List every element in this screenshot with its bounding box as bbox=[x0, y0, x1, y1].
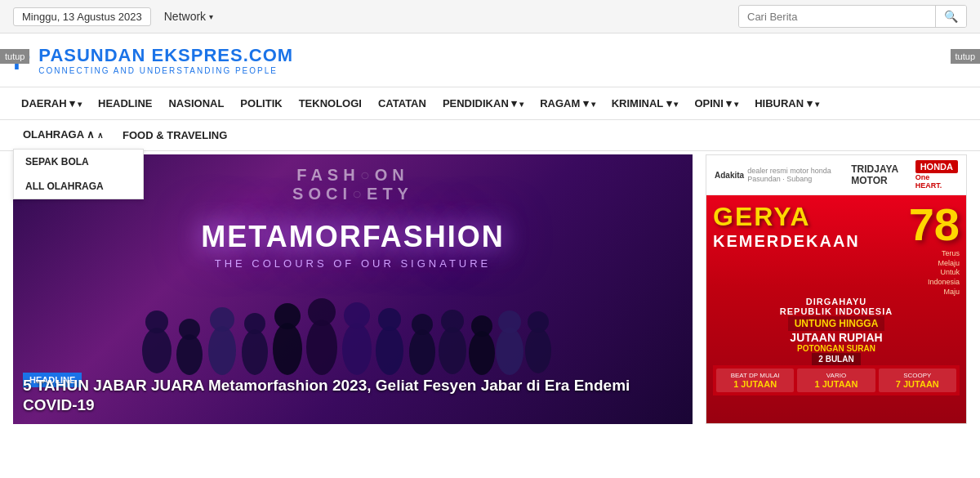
ad-untung-text: UNTUNG HINGGA bbox=[788, 316, 885, 331]
scoopy-label: SCOOPY bbox=[882, 372, 953, 379]
nav-item-daerah[interactable]: DAERAH ▾ bbox=[13, 87, 90, 119]
ad-bulan-text: 2 BULAN bbox=[812, 353, 860, 365]
ad-red-content: GERYA KEMERDEKAAN 78 TerusMelajuUntukInd… bbox=[706, 195, 966, 423]
svg-point-21 bbox=[471, 315, 492, 337]
site-header: P PASUNDAN EKSPRES.COM CONNECTING AND UN… bbox=[0, 34, 980, 87]
nav-item-nasional[interactable]: NASIONAL bbox=[160, 87, 232, 119]
ad-price-vario: VARIO 1 JUTAAN bbox=[797, 369, 875, 392]
svg-point-18 bbox=[439, 327, 466, 374]
ad-box: Adakita dealer resmi motor honda Pasunda… bbox=[706, 154, 967, 424]
svg-point-7 bbox=[244, 313, 265, 334]
one-heart-text: One HEART. bbox=[915, 173, 958, 190]
nav-link-teknologi[interactable]: TEKNOLOGI bbox=[291, 87, 370, 119]
site-logo[interactable]: P PASUNDAN EKSPRES.COM CONNECTING AND UN… bbox=[13, 45, 293, 75]
ad-kemerdekaan-text: KEMERDEKAAN bbox=[713, 232, 860, 251]
svg-point-5 bbox=[210, 307, 234, 332]
dropdown-link-all-olahraga[interactable]: ALL OLAHRAGA bbox=[14, 174, 143, 199]
svg-point-2 bbox=[176, 334, 203, 375]
nav-link-olahraga[interactable]: OLAHRAGA ∧ bbox=[13, 120, 113, 149]
nav-link-daerah[interactable]: DAERAH ▾ bbox=[13, 87, 90, 119]
svg-point-17 bbox=[412, 314, 433, 335]
logo-text: PASUNDAN EKSPRES.COM CONNECTING AND UNDE… bbox=[38, 45, 293, 75]
chevron-down-icon: ▾ bbox=[209, 12, 213, 21]
logo-subtitle: CONNECTING AND UNDERSTANDING PEOPLE bbox=[38, 66, 293, 75]
svg-point-13 bbox=[344, 302, 370, 328]
nav-item-opini[interactable]: OPINI ▾ bbox=[686, 87, 746, 119]
nav-link-nasional[interactable]: NASIONAL bbox=[160, 87, 232, 119]
nav-link-politik[interactable]: POLITIK bbox=[232, 87, 290, 119]
ad-jutaan-text: JUTAAN RUPIAH bbox=[790, 331, 882, 344]
nav-link-kriminal[interactable]: KRIMINAL ▾ bbox=[604, 87, 687, 119]
vario-value: 1 JUTAAN bbox=[800, 379, 871, 389]
ad-price-scoopy: SCOOPY 7 JUTAAN bbox=[879, 369, 956, 392]
nav-item-catatan[interactable]: CATATAN bbox=[370, 87, 434, 119]
nav-link-ragam[interactable]: RAGAM ▾ bbox=[532, 87, 604, 119]
nav-link-opini[interactable]: OPINI ▾ bbox=[686, 87, 746, 119]
svg-point-16 bbox=[409, 329, 435, 375]
svg-point-24 bbox=[525, 328, 551, 373]
second-nav-list: OLAHRAGA ∧ SEPAK BOLA ALL OLAHRAGA FOOD … bbox=[13, 120, 967, 150]
ad-honda-logo: HONDA One HEART. bbox=[915, 160, 958, 190]
nav-link-hiburan[interactable]: HIBURAN ▾ bbox=[746, 87, 826, 119]
tridjaya-text: TRIDJAYA MOTOR bbox=[851, 163, 915, 186]
ad-78-text: 78 bbox=[909, 202, 960, 248]
nav-item-kriminal[interactable]: KRIMINAL ▾ bbox=[604, 87, 687, 119]
dropdown-item-sepak-bola[interactable]: SEPAK BOLA bbox=[14, 150, 143, 174]
tutup-right-button[interactable]: tutup bbox=[951, 49, 980, 64]
main-nav-list: DAERAH ▾ HEADLINE NASIONAL POLITIK TEKNO… bbox=[13, 87, 967, 119]
nav-link-pendidikan[interactable]: PENDIDIKAN ▾ bbox=[434, 87, 532, 119]
svg-point-22 bbox=[496, 328, 523, 375]
nav-item-teknologi[interactable]: TEKNOLOGI bbox=[291, 87, 370, 119]
dealer-text: dealer resmi motor honda Pasundan · Suba… bbox=[747, 167, 851, 183]
svg-point-10 bbox=[306, 319, 337, 375]
svg-point-0 bbox=[142, 328, 172, 373]
nav-item-politik[interactable]: POLITIK bbox=[232, 87, 290, 119]
hero-main-title: METAMORFASHION bbox=[201, 220, 504, 254]
second-nav: OLAHRAGA ∧ SEPAK BOLA ALL OLAHRAGA FOOD … bbox=[0, 120, 980, 151]
nav-item-food-traveling[interactable]: FOOD & TRAVELING bbox=[113, 121, 237, 150]
svg-point-12 bbox=[342, 323, 372, 375]
svg-point-20 bbox=[469, 331, 495, 375]
nav-item-hiburan[interactable]: HIBURAN ▾ bbox=[746, 87, 826, 119]
nav-link-headline[interactable]: HEADLINE bbox=[90, 87, 160, 119]
nav-link-catatan[interactable]: CATATAN bbox=[370, 87, 434, 119]
svg-point-14 bbox=[376, 326, 403, 375]
ad-tridjaya: TRIDJAYA MOTOR bbox=[851, 163, 915, 186]
hero-people bbox=[108, 269, 598, 375]
scoopy-value: 7 JUTAAN bbox=[882, 379, 953, 389]
main-nav: DAERAH ▾ HEADLINE NASIONAL POLITIK TEKNO… bbox=[0, 87, 980, 120]
network-label: Network bbox=[164, 10, 206, 23]
nav-item-headline[interactable]: HEADLINE bbox=[90, 87, 160, 119]
beat-label: BEAT DP MULAI bbox=[719, 372, 791, 379]
logo-title: PASUNDAN EKSPRES.COM bbox=[38, 45, 293, 66]
svg-point-15 bbox=[378, 308, 401, 331]
vario-label: VARIO bbox=[800, 372, 871, 379]
olahraga-dropdown: SEPAK BOLA ALL OLAHRAGA bbox=[13, 149, 144, 199]
svg-point-23 bbox=[498, 310, 521, 333]
svg-point-4 bbox=[208, 326, 236, 375]
hero-caption: 5 TAHUN JABAR JUARA Metamorfashion 2023,… bbox=[23, 376, 683, 416]
dropdown-link-sepak-bola[interactable]: SEPAK BOLA bbox=[14, 150, 143, 174]
date-display: Minggu, 13 Agustus 2023 bbox=[13, 7, 151, 26]
ad-potong: POTONGAN SURAN bbox=[797, 344, 875, 353]
hero-fashion-title: FASH○ON SOCI○ETY bbox=[292, 166, 413, 203]
sidebar: Adakita dealer resmi motor honda Pasunda… bbox=[706, 154, 967, 424]
nav-item-olahraga[interactable]: OLAHRAGA ∧ SEPAK BOLA ALL OLAHRAGA bbox=[13, 120, 113, 150]
ad-dirgahayu-text: DIRGAHAYUREPUBLIK INDONESIA bbox=[780, 297, 893, 316]
beat-value: 1 JUTAAN bbox=[719, 379, 791, 389]
ad-price-row: BEAT DP MULAI 1 JUTAAN VARIO 1 JUTAAN SC… bbox=[713, 365, 960, 395]
search-input[interactable] bbox=[739, 7, 935, 27]
hero-fashion-line1: FASH○ON bbox=[292, 166, 413, 185]
top-bar-left: Minggu, 13 Agustus 2023 Network ▾ bbox=[13, 7, 213, 26]
dropdown-item-all-olahraga[interactable]: ALL OLAHRAGA bbox=[14, 174, 143, 199]
svg-point-6 bbox=[242, 329, 268, 375]
nav-item-pendidikan[interactable]: PENDIDIKAN ▾ bbox=[434, 87, 532, 119]
search-button[interactable]: 🔍 bbox=[935, 6, 966, 27]
nav-link-food-traveling[interactable]: FOOD & TRAVELING bbox=[113, 121, 237, 150]
hero-fashion-line2: SOCI○ETY bbox=[292, 185, 413, 203]
top-bar: Minggu, 13 Agustus 2023 Network ▾ 🔍 bbox=[0, 0, 980, 34]
network-dropdown[interactable]: Network ▾ bbox=[164, 10, 213, 23]
search-bar: 🔍 bbox=[738, 5, 967, 28]
nav-item-ragam[interactable]: RAGAM ▾ bbox=[532, 87, 604, 119]
tutup-left-button[interactable]: tutup bbox=[0, 49, 29, 64]
